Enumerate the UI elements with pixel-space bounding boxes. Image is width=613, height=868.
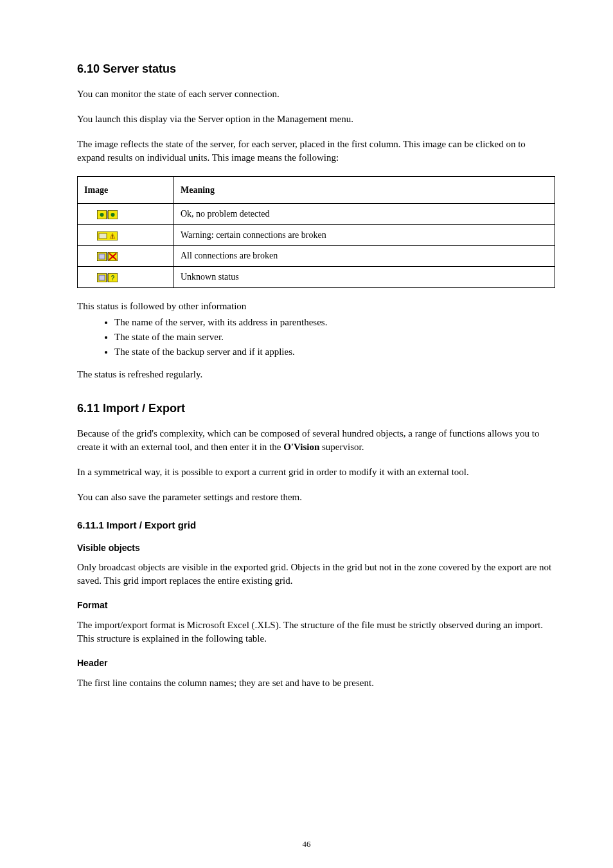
paragraph: The image reflects the state of the serv… <box>77 138 555 165</box>
svg-point-7 <box>112 237 112 238</box>
list-item: The state of the backup server and if it… <box>114 345 555 359</box>
paragraph: You can also save the parameter settings… <box>77 491 555 504</box>
svg-point-1 <box>100 213 104 217</box>
cell-meaning: Ok, no problem detected <box>174 204 555 225</box>
paragraph: Because of the grid's complexity, which … <box>77 427 555 454</box>
paragraph: The import/export format is Microsoft Ex… <box>77 619 555 646</box>
svg-rect-5 <box>99 233 107 239</box>
text-run: supervisor. <box>319 442 364 452</box>
page-number: 46 <box>0 838 613 850</box>
svg-rect-9 <box>99 254 105 259</box>
product-name: O'Vision <box>283 442 319 452</box>
paragraph: Only broadcast objects are visible in th… <box>77 561 555 588</box>
table-row: ? Unknown status <box>78 266 555 287</box>
paragraph: The status is refreshed regularly. <box>77 368 555 381</box>
status-followup-list: The name of the server, with its address… <box>114 316 555 359</box>
fail-icon <box>97 252 118 261</box>
svg-text:?: ? <box>111 275 114 282</box>
table-row: Warning: certain connections are broken <box>78 224 555 246</box>
paragraph: In a symmetrical way, it is possible to … <box>77 466 555 479</box>
unknown-icon: ? <box>97 273 118 282</box>
table-header-row: Image Meaning <box>78 177 555 204</box>
table-row: All connections are broken <box>78 246 555 267</box>
subsection-heading-import-export-grid: 6.11.1 Import / Export grid <box>77 518 555 532</box>
svg-point-3 <box>111 213 115 217</box>
paragraph: You launch this display via the Server o… <box>77 113 555 126</box>
run-heading-header: Header <box>77 657 555 670</box>
warn-icon <box>97 231 118 240</box>
paragraph: This status is followed by other informa… <box>77 300 555 313</box>
cell-meaning: Unknown status <box>174 266 555 287</box>
section-heading-import-export: 6.11 Import / Export <box>77 401 555 417</box>
run-heading-format: Format <box>77 599 555 612</box>
ok-pair-icon <box>97 210 118 219</box>
list-item: The name of the server, with its address… <box>114 316 555 329</box>
list-item: The state of the main server. <box>114 330 555 344</box>
section-heading-server-status: 6.10 Server status <box>77 61 555 77</box>
cell-meaning: All connections are broken <box>174 246 555 267</box>
table-row: Ok, no problem detected <box>78 204 555 225</box>
col-header-meaning: Meaning <box>174 177 555 204</box>
svg-rect-14 <box>99 275 105 280</box>
paragraph: The first line contains the column names… <box>77 676 555 690</box>
col-header-image: Image <box>78 177 174 204</box>
run-heading-visible-objects: Visible objects <box>77 542 555 555</box>
paragraph: You can monitor the state of each server… <box>77 87 555 101</box>
server-status-table: Image Meaning Ok, no problem detected <box>77 176 555 287</box>
cell-meaning: Warning: certain connections are broken <box>174 224 555 246</box>
